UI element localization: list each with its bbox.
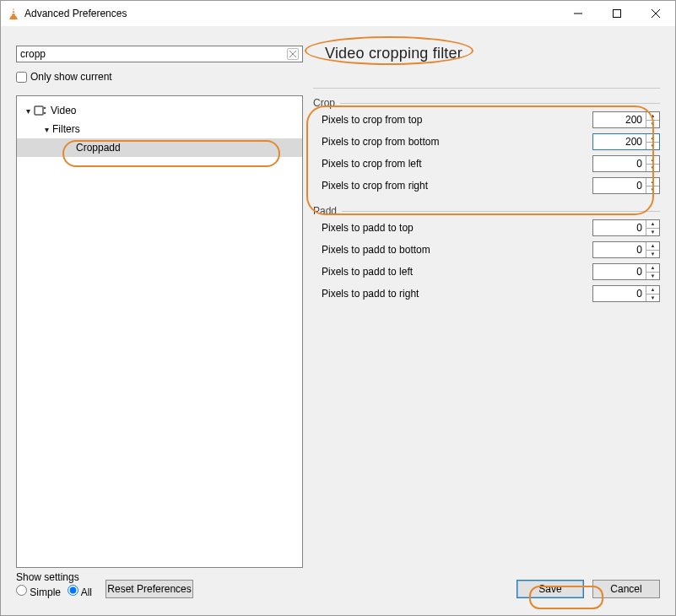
spin-buttons[interactable]: ▲▼ [646,178,659,193]
show-settings-label: Show settings [16,571,92,583]
spin-padd-right[interactable]: ▲▼ [592,285,660,302]
footer: Show settings Simple All Reset Preferenc… [16,568,660,607]
tree: Video Filters Croppadd [17,96,302,157]
label-crop-bottom: Pixels to crop from bottom [322,136,592,148]
window-title: Advanced Preferences [24,8,127,19]
group-title-crop: Crop [313,97,335,109]
label-crop-right: Pixels to crop from right [322,180,592,192]
panel-title-wrap: Video cropping filter [313,41,474,66]
field-crop-right: Pixels to crop from right ▲▼ [313,175,660,197]
input-padd-left[interactable] [593,264,646,279]
radio-all[interactable]: All [68,585,92,598]
label-padd-right: Pixels to padd to right [322,288,592,300]
svg-rect-1 [12,13,15,14]
maximize-button[interactable] [598,1,636,26]
input-crop-right[interactable] [593,178,646,193]
reset-preferences-button[interactable]: Reset Preferences [105,580,193,598]
field-crop-bottom: Pixels to crop from bottom ▲▼ [313,131,660,153]
radio-simple[interactable]: Simple [16,585,61,598]
input-crop-left[interactable] [593,156,646,171]
tree-item-croppadd[interactable]: Croppadd [17,138,302,157]
video-icon [34,105,47,116]
spin-padd-bottom[interactable]: ▲▼ [592,241,660,258]
spin-buttons[interactable]: ▲▼ [646,220,659,235]
spin-padd-left[interactable]: ▲▼ [592,263,660,280]
svg-rect-0 [12,10,14,11]
field-padd-right: Pixels to padd to right ▲▼ [313,283,660,305]
field-padd-bottom: Pixels to padd to bottom ▲▼ [313,239,660,261]
only-show-current-checkbox[interactable]: Only show current [16,71,660,83]
input-crop-bottom[interactable] [593,134,646,149]
spin-crop-top[interactable]: ▲▼ [592,111,660,128]
svg-point-10 [44,112,46,115]
tree-item-video[interactable]: Video [17,101,302,120]
label-padd-bottom: Pixels to padd to bottom [322,244,592,256]
clear-search-icon[interactable] [287,48,299,60]
field-crop-left: Pixels to crop from left ▲▼ [313,153,660,175]
titlebar: Advanced Preferences [1,1,675,26]
spin-crop-left[interactable]: ▲▼ [592,155,660,172]
field-crop-top: Pixels to crop from top ▲▼ [313,109,660,131]
search-box[interactable] [16,46,303,62]
svg-rect-3 [614,10,621,18]
spin-buttons[interactable]: ▲▼ [646,134,659,149]
spin-buttons[interactable]: ▲▼ [646,156,659,171]
spin-padd-top[interactable]: ▲▼ [592,219,660,236]
close-button[interactable] [636,1,675,26]
only-show-current-input[interactable] [16,72,27,83]
sidebar-tree[interactable]: Video Filters Croppadd [16,95,303,568]
tree-label-video: Video [51,105,76,116]
group-title-padd: Padd [313,205,337,217]
columns: Video Filters Croppadd Crop [16,95,660,568]
label-crop-top: Pixels to crop from top [322,114,592,126]
cancel-button[interactable]: Cancel [592,580,660,598]
spin-buttons[interactable]: ▲▼ [646,286,659,301]
vlc-cone-icon [8,7,19,20]
preferences-window: Advanced Preferences Video croppi [0,0,676,616]
window-buttons [559,1,675,26]
svg-point-9 [44,107,46,110]
tree-label-croppadd: Croppadd [76,142,121,154]
top-row: Video cropping filter [16,41,660,66]
field-padd-top: Pixels to padd to top ▲▼ [313,217,660,239]
label-padd-left: Pixels to padd to left [322,266,592,278]
show-settings-group: Show settings Simple All [16,571,92,598]
spin-crop-bottom[interactable]: ▲▼ [592,133,660,150]
spin-buttons[interactable]: ▲▼ [646,264,659,279]
label-crop-left: Pixels to crop from left [322,158,592,170]
spin-buttons[interactable]: ▲▼ [646,242,659,257]
field-padd-left: Pixels to padd to left ▲▼ [313,261,660,283]
panel-title: Video cropping filter [313,41,474,66]
tree-item-filters[interactable]: Filters [17,120,302,138]
group-padd: Padd Pixels to padd to top ▲▼ Pixels to … [313,205,660,305]
input-padd-top[interactable] [593,220,646,235]
input-padd-bottom[interactable] [593,242,646,257]
tree-label-filters: Filters [52,123,80,135]
input-crop-top[interactable] [593,112,646,127]
save-button[interactable]: Save [516,580,584,598]
input-padd-right[interactable] [593,286,646,301]
svg-rect-8 [35,106,43,115]
only-show-current-label: Only show current [30,71,112,83]
body: Video cropping filter Only show current [1,26,675,615]
chevron-down-icon[interactable] [22,106,34,116]
minimize-button[interactable] [559,1,598,26]
group-crop: Crop Pixels to crop from top ▲▼ Pixels t… [313,97,660,197]
spin-buttons[interactable]: ▲▼ [646,112,659,127]
search-input[interactable] [20,48,287,60]
title-underline [313,88,660,89]
spin-crop-right[interactable]: ▲▼ [592,177,660,194]
chevron-down-icon[interactable] [41,125,52,134]
label-padd-top: Pixels to padd to top [322,222,592,234]
settings-panel: Crop Pixels to crop from top ▲▼ Pixels t… [313,95,660,568]
